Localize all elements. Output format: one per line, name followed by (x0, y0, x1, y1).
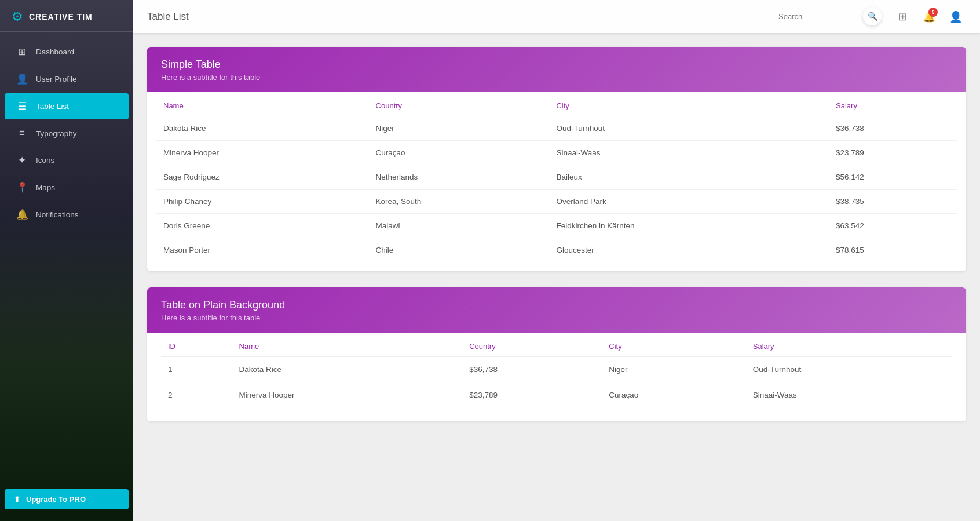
plain-table-title: Table on Plain Background (161, 299, 952, 311)
cell-city: Oud-Turnhout (549, 116, 829, 141)
simple-table-title: Simple Table (161, 59, 952, 71)
sidebar-item-notifications[interactable]: 🔔 Notifications (5, 202, 129, 228)
person-icon: 👤 (949, 10, 962, 23)
notifications-icon: 🔔 (16, 209, 28, 221)
col-name: Name (156, 92, 369, 116)
cell-city: Feldkirchen in Kärnten (549, 214, 829, 238)
page-title: Table List (147, 11, 189, 23)
plain-table-body: ID Name Country City Salary 1 Dakota Ric… (147, 333, 966, 421)
sidebar-content: ⚙ CREATIVE TIM ⊞ Dashboard 👤 User Profil… (0, 0, 133, 521)
plain-table-card: Table on Plain Background Here is a subt… (147, 287, 966, 421)
simple-table-head: Name Country City Salary (156, 92, 957, 116)
table-row: Sage Rodriguez Netherlands Baileux $56,1… (156, 165, 957, 190)
sidebar-item-dashboard[interactable]: ⊞ Dashboard (5, 39, 129, 65)
header: Table List 🔍 ⊞ 🔔 5 👤 (133, 0, 980, 33)
cell-salary: $38,735 (829, 190, 957, 214)
plain-table-head: ID Name Country City Salary (161, 333, 952, 357)
col-country: Country (369, 92, 550, 116)
main-content: Table List 🔍 ⊞ 🔔 5 👤 Simpl (133, 0, 980, 521)
dashboard-icon: ⊞ (16, 46, 28, 58)
cell-country: $36,738 (462, 357, 602, 382)
upgrade-button[interactable]: ⬆ Upgrade To PRO (5, 489, 129, 509)
upgrade-icon: ⬆ (14, 495, 20, 504)
sidebar-item-label: Dashboard (36, 48, 74, 56)
table-row: Philip Chaney Korea, South Overland Park… (156, 190, 957, 214)
cell-city: Baileux (549, 165, 829, 190)
cell-id: 2 (161, 382, 232, 408)
simple-table-header-row: Name Country City Salary (156, 92, 957, 116)
col-name: Name (232, 333, 463, 357)
col-city: City (549, 92, 829, 116)
table-row: 2 Minerva Hooper $23,789 Curaçao Sinaai-… (161, 382, 952, 408)
search-button[interactable]: 🔍 (863, 7, 882, 25)
simple-table-header: Simple Table Here is a subtitle for this… (147, 47, 966, 92)
plain-table-header-row: ID Name Country City Salary (161, 333, 952, 357)
cell-salary: $23,789 (829, 141, 957, 165)
icons-icon: ✦ (16, 154, 28, 166)
notifications-button[interactable]: 🔔 5 (919, 6, 939, 27)
simple-table-rows: Dakota Rice Niger Oud-Turnhout $36,738 M… (156, 116, 957, 263)
cell-country: Curaçao (369, 141, 550, 165)
cell-country: Chile (369, 238, 550, 263)
table-list-icon: ☰ (16, 100, 28, 112)
simple-table-card: Simple Table Here is a subtitle for this… (147, 47, 966, 271)
sidebar-item-label: Table List (36, 102, 69, 111)
sidebar-item-icons[interactable]: ✦ Icons (5, 147, 129, 173)
simple-table-body: Name Country City Salary Dakota Rice Nig… (147, 92, 966, 271)
simple-table-subtitle: Here is a subtitle for this table (161, 73, 952, 82)
cell-salary: $78,615 (829, 238, 957, 263)
upgrade-label: Upgrade To PRO (26, 495, 86, 504)
cell-salary: $36,738 (829, 116, 957, 141)
plain-table-subtitle: Here is a subtitle for this table (161, 314, 952, 322)
table-row: Minerva Hooper Curaçao Sinaai-Waas $23,7… (156, 141, 957, 165)
cell-salary: $56,142 (829, 165, 957, 190)
plain-table-header: Table on Plain Background Here is a subt… (147, 287, 966, 333)
sidebar-item-label: Typography (36, 129, 77, 138)
cell-city: Curaçao (602, 382, 746, 408)
cell-city: Gloucester (549, 238, 829, 263)
sidebar-item-label: Notifications (36, 210, 79, 219)
sidebar-item-maps[interactable]: 📍 Maps (5, 174, 129, 201)
cell-name: Dakota Rice (232, 357, 463, 382)
maps-icon: 📍 (16, 181, 28, 194)
search-input[interactable] (778, 12, 860, 21)
cell-country: Niger (369, 116, 550, 141)
table-row: 1 Dakota Rice $36,738 Niger Oud-Turnhout (161, 357, 952, 382)
cell-country: Korea, South (369, 190, 550, 214)
cell-country: Netherlands (369, 165, 550, 190)
col-country: Country (462, 333, 602, 357)
col-salary: Salary (829, 92, 957, 116)
sidebar-item-label: Maps (36, 183, 55, 192)
col-salary: Salary (746, 333, 952, 357)
user-account-button[interactable]: 👤 (945, 6, 966, 27)
notification-badge: 5 (928, 8, 938, 17)
header-right: 🔍 ⊞ 🔔 5 👤 (774, 5, 966, 28)
cell-city: Sinaai-Waas (549, 141, 829, 165)
cell-name: Minerva Hooper (232, 382, 463, 408)
cell-salary: $63,542 (829, 214, 957, 238)
sidebar-item-typography[interactable]: ≡ Typography (5, 121, 129, 146)
sidebar-nav: ⊞ Dashboard 👤 User Profile ☰ Table List … (0, 32, 133, 482)
cell-name: Sage Rodriguez (156, 165, 369, 190)
plain-table-rows: 1 Dakota Rice $36,738 Niger Oud-Turnhout… (161, 357, 952, 408)
cell-city: Overland Park (549, 190, 829, 214)
sidebar-item-label: User Profile (36, 75, 77, 83)
content-area: Simple Table Here is a subtitle for this… (133, 33, 980, 521)
cell-name: Dakota Rice (156, 116, 369, 141)
grid-icon: ⊞ (898, 10, 907, 23)
search-icon: 🔍 (868, 12, 877, 21)
cell-country: Malawi (369, 214, 550, 238)
user-profile-icon: 👤 (16, 73, 28, 85)
sidebar: ⚙ CREATIVE TIM ⊞ Dashboard 👤 User Profil… (0, 0, 133, 521)
table-row: Doris Greene Malawi Feldkirchen in Kärnt… (156, 214, 957, 238)
brand-name: CREATIVE TIM (29, 12, 93, 21)
cell-name: Minerva Hooper (156, 141, 369, 165)
grid-view-button[interactable]: ⊞ (892, 6, 913, 27)
table-row: Dakota Rice Niger Oud-Turnhout $36,738 (156, 116, 957, 141)
sidebar-item-table-list[interactable]: ☰ Table List (5, 93, 129, 119)
simple-table: Name Country City Salary Dakota Rice Nig… (156, 92, 957, 262)
search-box: 🔍 (774, 5, 886, 28)
sidebar-item-user-profile[interactable]: 👤 User Profile (5, 66, 129, 92)
cell-name: Philip Chaney (156, 190, 369, 214)
cell-name: Mason Porter (156, 238, 369, 263)
